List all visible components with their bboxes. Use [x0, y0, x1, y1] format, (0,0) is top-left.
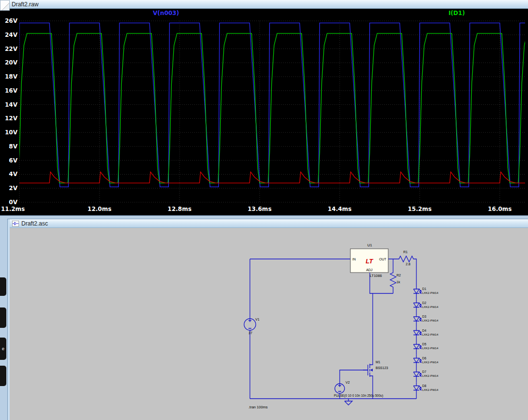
v1-value-label[interactable]: 37: [248, 331, 252, 335]
led-part-label[interactable]: LXK2-PW14: [422, 333, 439, 336]
x-tick-label: 14.4ms: [328, 206, 351, 212]
mosfet-m1[interactable]: M1 BSS123: [363, 360, 388, 399]
x-tick-label: 12.0ms: [87, 206, 111, 212]
schematic-window-title: Draft2.asc: [21, 219, 48, 228]
v2-name-label[interactable]: V2: [346, 381, 350, 384]
x-tick-label: 13.6ms: [248, 206, 271, 212]
r2-name-label[interactable]: R2: [396, 274, 401, 277]
led-D7[interactable]: D7LXK2-PW14: [413, 369, 439, 383]
plot-background: [0, 9, 528, 215]
schematic-window: Draft2.asc IN OUT ADJ LT U1 LT1086: [8, 219, 528, 420]
led-D6[interactable]: D6LXK2-PW14: [413, 355, 439, 369]
waveform-window: Draft2.raw 26V24V22V20V18V16V14V12V10V8V…: [0, 0, 528, 215]
y-tick-label: 16V: [5, 87, 18, 94]
led-D2[interactable]: D2LXK2-PW14: [413, 300, 439, 314]
led-name-label[interactable]: D2: [422, 301, 427, 305]
v2-value-label[interactable]: PULSE(0 10 0 10n 10n 250u 500u): [334, 394, 383, 398]
m1-name-label[interactable]: M1: [376, 360, 380, 364]
schematic-canvas[interactable]: IN OUT ADJ LT U1 LT1086 R1 2.8 R2 1k V1 …: [10, 228, 528, 420]
u1-pin-adj-label: ADJ: [366, 268, 372, 272]
y-tick-label: 26V: [5, 17, 18, 24]
y-tick-label: 0V: [9, 199, 17, 206]
led-part-label[interactable]: LXK2-PW14: [422, 361, 439, 364]
background-tab-3-label: e: [2, 346, 4, 351]
v1-name-label[interactable]: V1: [255, 318, 260, 321]
ground-symbol[interactable]: [345, 399, 352, 405]
led-part-label[interactable]: LXK2-PW14: [422, 291, 439, 294]
y-tick-label: 14V: [5, 101, 18, 108]
led-part-label[interactable]: LXK2-PW14: [422, 347, 439, 350]
y-tick-label: 18V: [5, 73, 18, 80]
u1-name-label[interactable]: U1: [367, 243, 372, 247]
led-name-label[interactable]: D8: [422, 384, 427, 388]
x-tick-label: 12.8ms: [167, 206, 191, 212]
r2-value-label[interactable]: 1k: [396, 280, 400, 284]
led-name-label[interactable]: D7: [422, 370, 427, 373]
y-tick-label: 6V: [9, 157, 17, 164]
r1-name-label[interactable]: R1: [403, 250, 408, 254]
resistor-r2[interactable]: [390, 259, 396, 293]
y-tick-label: 20V: [5, 59, 18, 66]
spice-directive[interactable]: .tran 100ms: [248, 405, 268, 409]
led-D4[interactable]: D4LXK2-PW14: [413, 327, 439, 341]
led-D8[interactable]: D8LXK2-PW14: [413, 383, 439, 397]
y-tick-label: 2V: [9, 185, 17, 192]
led-name-label[interactable]: D6: [422, 356, 427, 360]
trace-label-I(D1)[interactable]: I(D1): [448, 10, 465, 16]
background-window-fragment: [0, 0, 10, 11]
led-name-label[interactable]: D5: [422, 342, 427, 346]
led-D3[interactable]: D3LXK2-PW14: [413, 313, 439, 327]
led-D5[interactable]: D5LXK2-PW14: [413, 341, 439, 355]
led-part-label[interactable]: LXK2-PW14: [422, 388, 439, 391]
y-tick-label: 8V: [9, 143, 17, 150]
schematic-titlebar[interactable]: Draft2.asc: [10, 219, 528, 228]
led-D1[interactable]: D1LXK2-PW14: [413, 286, 439, 300]
background-tab-4[interactable]: [0, 366, 6, 386]
led-chain[interactable]: D1LXK2-PW14D2LXK2-PW14D3LXK2-PW14D4LXK2-…: [413, 286, 439, 396]
voltage-source-v1[interactable]: V1 37: [244, 318, 260, 335]
u1-part-label[interactable]: LT1086: [370, 274, 382, 278]
led-name-label[interactable]: D3: [422, 315, 427, 318]
waveform-window-title: Draft2.raw: [12, 0, 38, 9]
u1-pin-in-label: IN: [352, 258, 356, 261]
x-tick-label: 15.2ms: [408, 206, 431, 212]
voltage-source-v2[interactable]: V2 PULSE(0 10 0 10n 10n 250u 500u): [334, 381, 383, 398]
waveform-plot[interactable]: 26V24V22V20V18V16V14V12V10V8V6V4V2V0V11.…: [0, 9, 528, 215]
led-name-label[interactable]: D4: [422, 329, 427, 332]
trace-label-V(n003)[interactable]: V(n003): [153, 10, 179, 16]
regulator-u1[interactable]: IN OUT ADJ LT U1 LT1086: [350, 243, 388, 278]
x-tick-label: 16.0ms: [488, 206, 512, 212]
m1-part-label[interactable]: BSS123: [376, 366, 388, 370]
led-part-label[interactable]: LXK2-PW14: [422, 374, 439, 377]
led-name-label[interactable]: D1: [422, 287, 427, 291]
r1-value-label[interactable]: 2.8: [406, 262, 411, 266]
mosfet-arrow: [370, 369, 373, 372]
y-tick-label: 12V: [5, 115, 18, 122]
led-part-label[interactable]: LXK2-PW14: [422, 306, 439, 308]
y-tick-label: 4V: [9, 171, 17, 178]
wires[interactable]: [250, 256, 416, 399]
led-part-label[interactable]: LXK2-PW14: [422, 319, 439, 322]
background-tab-3[interactable]: e: [0, 338, 6, 360]
background-tab-1[interactable]: [0, 277, 6, 296]
lt-logo: LT: [366, 258, 374, 265]
y-tick-label: 22V: [5, 46, 18, 52]
y-tick-label: 10V: [5, 129, 18, 136]
background-tab-2[interactable]: [0, 307, 6, 328]
waveform-titlebar[interactable]: Draft2.raw: [0, 0, 528, 9]
schematic-icon[interactable]: [12, 221, 19, 226]
u1-pin-out-label: OUT: [379, 258, 387, 261]
y-tick-label: 24V: [5, 32, 18, 38]
x-tick-label: 11.2ms: [1, 206, 25, 212]
